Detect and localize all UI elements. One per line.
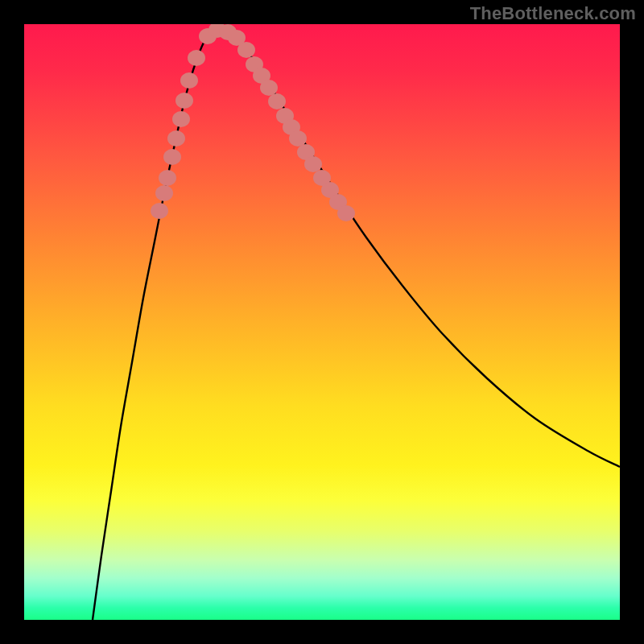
highlight-dot: [159, 170, 176, 186]
highlight-dot: [268, 93, 286, 109]
highlight-dot: [167, 130, 185, 147]
highlight-dot: [163, 149, 181, 165]
highlight-dot: [337, 205, 355, 221]
highlight-dot: [151, 203, 168, 219]
highlight-dot: [155, 185, 173, 201]
highlight-dot: [304, 156, 322, 172]
highlight-dots-group: [151, 24, 355, 221]
watermark-text: TheBottleneck.com: [470, 3, 636, 24]
bottleneck-curve-svg: [24, 24, 620, 620]
highlight-dot: [172, 111, 190, 127]
highlight-dot: [175, 93, 193, 109]
highlight-dot: [289, 130, 307, 147]
highlight-dot: [260, 80, 278, 96]
bottleneck-curve: [93, 27, 620, 620]
curve-path-group: [93, 27, 620, 620]
highlight-dot: [188, 50, 205, 66]
plot-area: [24, 24, 620, 620]
chart-frame: TheBottleneck.com: [0, 0, 644, 644]
highlight-dot: [237, 42, 255, 58]
highlight-dot: [180, 72, 198, 89]
